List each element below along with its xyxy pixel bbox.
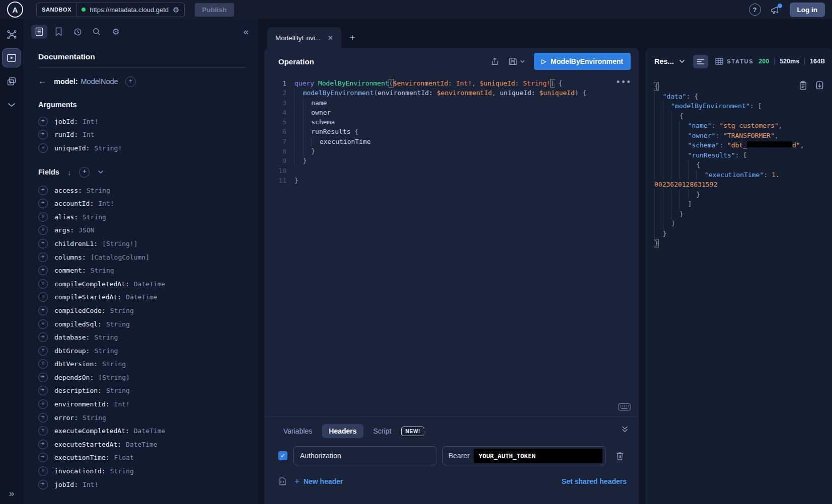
- field-row[interactable]: +compileCompletedAt:DateTime: [38, 277, 246, 291]
- field-row[interactable]: +database:String: [38, 330, 246, 344]
- add-all-fields-button[interactable]: +: [79, 167, 90, 178]
- add-field-to-query-button[interactable]: +: [38, 319, 48, 329]
- add-field-to-query-button[interactable]: +: [38, 413, 48, 423]
- add-model-to-query-button[interactable]: +: [125, 76, 136, 87]
- close-tab-icon[interactable]: ✕: [328, 34, 333, 42]
- editor-code-line[interactable]: 10: [264, 166, 639, 176]
- add-field-to-query-button[interactable]: +: [38, 386, 48, 395]
- publish-button[interactable]: Publish: [195, 3, 235, 17]
- add-field-to-query-button[interactable]: +: [38, 239, 48, 248]
- field-row[interactable]: +columns:[CatalogColumn]: [38, 250, 246, 264]
- apollo-logo[interactable]: A: [7, 2, 23, 18]
- share-operation-icon[interactable]: [490, 57, 499, 66]
- field-row[interactable]: +childrenL1:[String!]: [38, 237, 246, 250]
- editor-code-line[interactable]: 2modelByEnvironment(environmentId: $envi…: [264, 88, 639, 98]
- add-field-to-query-button[interactable]: +: [38, 266, 48, 275]
- sidebar-item-explorer[interactable]: [2, 48, 21, 67]
- add-field-to-query-button[interactable]: +: [38, 373, 48, 382]
- announcements-button[interactable]: [770, 5, 781, 15]
- back-arrow-icon[interactable]: ←: [38, 76, 47, 87]
- add-field-to-query-button[interactable]: +: [38, 346, 48, 356]
- field-row[interactable]: +executeStartedAt:DateTime: [38, 438, 246, 451]
- graphql-editor[interactable]: 1query ModelByEnvironment($environmentId…: [264, 74, 639, 416]
- add-field-to-query-button[interactable]: +: [38, 212, 48, 222]
- expand-rail-button[interactable]: »: [9, 488, 15, 499]
- field-row[interactable]: +executionTime:Float: [38, 451, 246, 465]
- saved-operations-button[interactable]: [50, 25, 66, 39]
- tab-headers[interactable]: Headers: [322, 424, 363, 438]
- sidebar-item-schema[interactable]: [3, 25, 21, 43]
- collapse-request-panel-button[interactable]: [621, 426, 629, 433]
- chevron-down-icon[interactable]: [98, 170, 104, 174]
- auth-token-value[interactable]: YOUR_AUTH_TOKEN: [474, 449, 602, 463]
- raw-view-button[interactable]: [693, 55, 708, 68]
- keyboard-shortcuts-button[interactable]: [618, 403, 631, 411]
- add-field-to-query-button[interactable]: +: [38, 332, 48, 342]
- set-shared-headers-link[interactable]: Set shared headers: [562, 477, 627, 485]
- save-operation-group[interactable]: [508, 57, 525, 66]
- header-name-input[interactable]: Authorization: [293, 446, 436, 465]
- sidebar-item-operations[interactable]: [3, 72, 21, 91]
- docs-tab-button[interactable]: [31, 25, 47, 39]
- sort-fields-icon[interactable]: ↓: [67, 168, 71, 177]
- argument-row[interactable]: +jobId:Int!: [38, 115, 246, 128]
- chevron-down-icon[interactable]: [679, 59, 685, 63]
- add-field-to-query-button[interactable]: +: [38, 279, 48, 289]
- operation-tab[interactable]: ModelByEnvi... ✕: [267, 27, 341, 48]
- add-field-to-query-button[interactable]: +: [38, 130, 48, 139]
- field-row[interactable]: +compiledCode:String: [38, 304, 246, 317]
- editor-code-line[interactable]: 3name: [264, 98, 639, 108]
- add-field-to-query-button[interactable]: +: [38, 466, 48, 476]
- editor-code-line[interactable]: 9}: [264, 156, 639, 165]
- add-field-to-query-button[interactable]: +: [38, 440, 48, 449]
- new-tab-button[interactable]: +: [349, 32, 355, 44]
- add-field-to-query-button[interactable]: +: [38, 143, 48, 153]
- tab-variables[interactable]: Variables: [278, 424, 317, 438]
- new-header-button[interactable]: + New header: [294, 476, 343, 486]
- add-field-to-query-button[interactable]: +: [38, 292, 48, 302]
- field-row[interactable]: +dependsOn:[String]: [38, 371, 246, 384]
- explorer-settings-button[interactable]: ⚙: [108, 25, 124, 39]
- add-field-to-query-button[interactable]: +: [38, 480, 48, 489]
- table-view-button[interactable]: [712, 55, 727, 68]
- editor-code-line[interactable]: 8}: [264, 146, 639, 156]
- sidebar-collapse-section[interactable]: [3, 96, 21, 114]
- field-row[interactable]: +invocationId:String: [38, 464, 246, 478]
- run-operation-button[interactable]: ▷ ModelByEnvironment: [534, 53, 631, 70]
- field-row[interactable]: +dbtGroup:String: [38, 344, 246, 358]
- endpoint-url-field[interactable]: https://metadata.cloud.getd ⚙: [77, 6, 184, 14]
- help-icon[interactable]: ?: [749, 4, 761, 16]
- login-button[interactable]: Log in: [790, 3, 825, 17]
- add-field-to-query-button[interactable]: +: [38, 225, 48, 235]
- add-field-to-query-button[interactable]: +: [38, 426, 48, 436]
- field-row[interactable]: +compiledSql:String: [38, 317, 246, 331]
- docs-context-type[interactable]: ModelNode: [81, 77, 118, 86]
- response-title[interactable]: Res...: [654, 57, 674, 65]
- endpoint-settings-icon[interactable]: ⚙: [173, 6, 179, 14]
- editor-overflow-menu[interactable]: •••: [616, 77, 632, 87]
- tab-script[interactable]: Script: [368, 424, 397, 438]
- add-field-to-query-button[interactable]: +: [38, 306, 48, 315]
- delete-header-button[interactable]: [616, 451, 624, 461]
- argument-row[interactable]: +uniqueId:String!: [38, 141, 246, 155]
- collapse-docs-panel-button[interactable]: «: [243, 26, 249, 37]
- editor-code-line[interactable]: 1query ModelByEnvironment($environmentId…: [264, 78, 639, 88]
- field-row[interactable]: +description:String: [38, 384, 246, 398]
- add-field-to-query-button[interactable]: +: [38, 453, 48, 462]
- editor-code-line[interactable]: 7executionTime: [264, 137, 639, 146]
- history-button[interactable]: [69, 25, 86, 39]
- add-field-to-query-button[interactable]: +: [38, 399, 48, 409]
- field-row[interactable]: +comment:String: [38, 264, 246, 277]
- field-row[interactable]: +jobId:Int!: [38, 478, 246, 491]
- copy-response-icon[interactable]: [799, 80, 807, 90]
- search-button[interactable]: [89, 25, 105, 39]
- field-row[interactable]: +executeCompletedAt:DateTime: [38, 424, 246, 438]
- field-row[interactable]: +alias:String: [38, 210, 246, 224]
- field-row[interactable]: +environmentId:Int!: [38, 397, 246, 411]
- header-enabled-checkbox[interactable]: ✓: [278, 451, 287, 460]
- editor-code-line[interactable]: 6runResults {: [264, 127, 639, 136]
- add-field-to-query-button[interactable]: +: [38, 359, 48, 369]
- add-field-to-query-button[interactable]: +: [38, 186, 48, 195]
- add-field-to-query-button[interactable]: +: [38, 199, 48, 208]
- field-row[interactable]: +accountId:Int!: [38, 197, 246, 210]
